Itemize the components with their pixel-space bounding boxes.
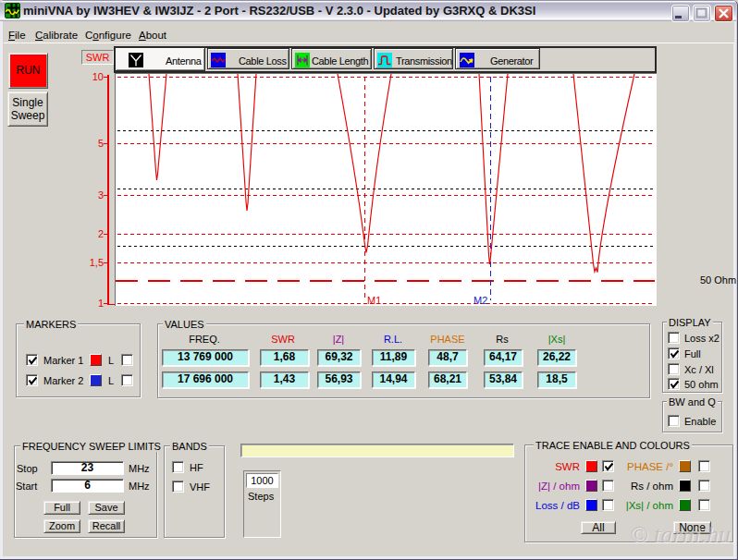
svg-text:M2: M2 (474, 295, 487, 305)
svg-text:M1: M1 (367, 295, 381, 305)
